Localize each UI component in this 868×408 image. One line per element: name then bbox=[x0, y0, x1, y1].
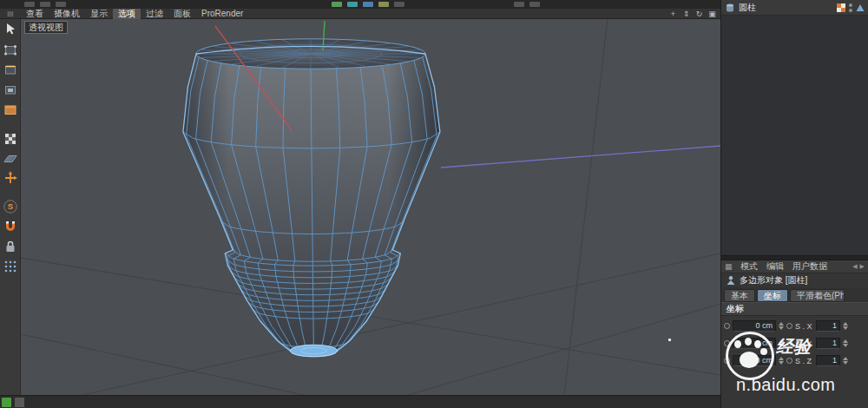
object-manager: 圆柱 bbox=[721, 0, 868, 255]
toolbar-icon[interactable] bbox=[40, 2, 50, 7]
keyframe-tool-icon[interactable] bbox=[15, 398, 24, 407]
solo-glyph: S bbox=[7, 201, 12, 211]
viewport-controls: + ⇕ ↻ ▣ bbox=[668, 9, 720, 19]
snap-magnet-icon[interactable] bbox=[3, 219, 18, 234]
menu-item-prorender[interactable]: ProRender bbox=[196, 9, 248, 19]
tab-phong[interactable]: 平滑着色(Phong) bbox=[790, 289, 845, 302]
object-row-cylinder[interactable]: 圆柱 bbox=[721, 0, 868, 15]
texture-tag-icon[interactable] bbox=[837, 3, 845, 12]
rotate-view-icon[interactable]: ↻ bbox=[694, 9, 704, 19]
view-label-perspective[interactable]: 透视视图 bbox=[24, 21, 68, 34]
polygons-mode-icon[interactable] bbox=[3, 82, 18, 97]
points-mode-icon[interactable] bbox=[3, 42, 18, 57]
menu-item-view[interactable]: 查看 bbox=[21, 9, 49, 19]
texture-mode-icon[interactable] bbox=[3, 130, 18, 146]
lock-icon[interactable] bbox=[3, 239, 18, 254]
viewport-canvas[interactable] bbox=[21, 19, 720, 395]
toolbar-icon[interactable] bbox=[514, 2, 524, 7]
toolbar-icon[interactable] bbox=[347, 2, 358, 7]
polygon-object-icon bbox=[726, 275, 736, 286]
menu-item-edit[interactable]: 编辑 bbox=[763, 260, 787, 273]
menu-item-panel[interactable]: 面板 bbox=[168, 9, 196, 19]
mode-toolbar: S bbox=[0, 19, 21, 395]
solo-mode-icon[interactable]: S bbox=[3, 199, 18, 214]
attribute-mode-icon[interactable]: ▦ bbox=[725, 262, 735, 271]
axis-z-line bbox=[441, 146, 720, 168]
object-list-empty-area[interactable] bbox=[721, 15, 868, 255]
baidu-paw-logo-icon bbox=[726, 332, 774, 380]
toolbar-icon[interactable] bbox=[378, 2, 389, 7]
menu-item-display[interactable]: 显示 bbox=[85, 9, 113, 19]
watermark-domain-text: n.baidu.com bbox=[736, 375, 835, 395]
bottom-cap-selected[interactable] bbox=[290, 345, 337, 356]
forward-icon[interactable]: ▶ bbox=[860, 263, 865, 270]
mouse-cursor-dot bbox=[668, 339, 671, 341]
menu-item-options[interactable]: 选项 bbox=[113, 9, 141, 19]
cylinder-object-mesh[interactable] bbox=[183, 39, 440, 357]
record-icon[interactable] bbox=[2, 398, 11, 407]
toolbar-icon[interactable] bbox=[529, 2, 540, 7]
object-name[interactable]: 圆柱 bbox=[739, 2, 756, 14]
attribute-object-header: 多边形对象 [圆柱] bbox=[721, 273, 868, 287]
layout-icon[interactable]: ▤ bbox=[0, 10, 21, 17]
maximize-view-icon[interactable]: ▣ bbox=[707, 9, 717, 19]
menu-item-camera[interactable]: 摄像机 bbox=[49, 9, 85, 19]
history-nav: ◀ ▶ bbox=[852, 263, 865, 270]
toolbar-separator bbox=[0, 122, 20, 126]
back-icon[interactable]: ◀ bbox=[852, 263, 857, 270]
cylinder-object-icon bbox=[725, 3, 735, 13]
attribute-menu-bar: ▦ 模式 编辑 用户数据 ◀ ▶ bbox=[721, 260, 868, 273]
coordinates-section-header[interactable]: 坐标 bbox=[721, 302, 868, 316]
toolbar-icon[interactable] bbox=[363, 2, 373, 7]
perspective-viewport[interactable]: 透视视图 bbox=[21, 19, 720, 395]
toolbar-icon[interactable] bbox=[394, 2, 404, 7]
zoom-view-icon[interactable]: ⇕ bbox=[681, 9, 691, 19]
animation-toolbar-partial bbox=[0, 395, 720, 408]
enable-axis-icon[interactable] bbox=[3, 170, 18, 186]
top-cap-wireframe bbox=[196, 39, 425, 69]
watermark: 经验 n.baidu.com bbox=[719, 325, 868, 408]
live-selection-tool-icon[interactable] bbox=[3, 22, 18, 37]
menu-item-user-data[interactable]: 用户数据 bbox=[789, 260, 831, 273]
menu-item-filter[interactable]: 过滤 bbox=[141, 9, 168, 19]
viewport-menu-bar: ▤ 查看 摄像机 显示 选项 过滤 面板 ProRender + ⇕ ↻ ▣ bbox=[0, 9, 720, 19]
edges-mode-icon[interactable] bbox=[3, 62, 18, 77]
tab-coordinates[interactable]: 坐标 bbox=[757, 289, 788, 302]
attribute-tabs: 基本 坐标 平滑着色(Phong) bbox=[721, 287, 868, 302]
pan-view-icon[interactable]: + bbox=[668, 9, 678, 19]
model-mode-icon[interactable] bbox=[3, 102, 18, 117]
polygon-tag-icon[interactable] bbox=[856, 3, 865, 12]
tab-basic[interactable]: 基本 bbox=[724, 289, 755, 302]
object-title: 多边形对象 [圆柱] bbox=[740, 274, 807, 286]
toolbar-icon[interactable] bbox=[24, 2, 35, 7]
visibility-dots[interactable] bbox=[849, 3, 852, 12]
menu-item-mode[interactable]: 模式 bbox=[737, 260, 761, 273]
toolbar-icon[interactable] bbox=[332, 2, 342, 7]
snap-grid-icon[interactable] bbox=[3, 259, 18, 274]
workplane-mode-icon[interactable] bbox=[3, 150, 18, 166]
watermark-script-text: 经验 bbox=[776, 335, 811, 359]
toolbar-separator bbox=[0, 190, 20, 194]
toolbar-icon[interactable] bbox=[56, 2, 66, 7]
application-window: ▤ 查看 摄像机 显示 选项 过滤 面板 ProRender + ⇕ ↻ ▣ bbox=[0, 0, 868, 408]
